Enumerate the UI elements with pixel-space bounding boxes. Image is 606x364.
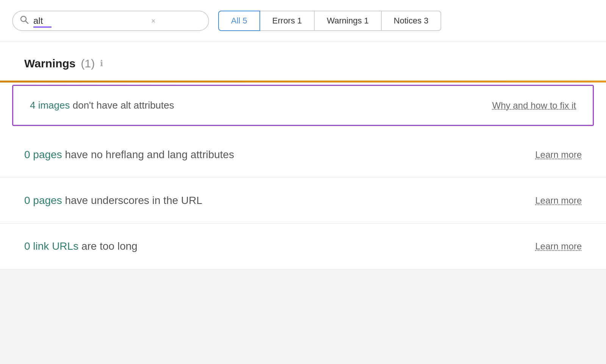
underscores-main-text: have underscores in the URL bbox=[65, 194, 202, 206]
tab-errors-label: Errors bbox=[272, 16, 297, 25]
tab-errors-count: 1 bbox=[297, 16, 302, 25]
result-item-alt-images: 4 images don't have alt attributes Why a… bbox=[12, 85, 594, 126]
tab-all[interactable]: All 5 bbox=[218, 11, 260, 31]
long-urls-main-text: are too long bbox=[81, 240, 137, 252]
tab-notices-label: Notices bbox=[394, 16, 424, 25]
filter-tabs: All 5 Errors 1 Warnings 1 Notices 3 bbox=[218, 11, 441, 31]
top-bar: × All 5 Errors 1 Warnings 1 Notices 3 bbox=[0, 0, 606, 42]
result-item-hreflang: 0 pages have no hreflang and lang attrib… bbox=[0, 132, 606, 178]
underscores-count-link[interactable]: 0 pages bbox=[24, 194, 62, 206]
search-icon bbox=[20, 15, 29, 26]
tab-warnings[interactable]: Warnings 1 bbox=[315, 11, 381, 31]
tab-notices-count: 3 bbox=[424, 16, 428, 25]
main-content: Warnings (1) ℹ 4 images don't have alt a… bbox=[0, 42, 606, 269]
result-item-underscores: 0 pages have underscores in the URL Lear… bbox=[0, 178, 606, 224]
result-text-alt-images: 4 images don't have alt attributes bbox=[30, 100, 474, 111]
hreflang-main-text: have no hreflang and lang attributes bbox=[65, 149, 234, 160]
clear-icon[interactable]: × bbox=[151, 17, 156, 25]
result-text-long-urls: 0 link URLs are too long bbox=[24, 240, 517, 252]
alt-images-fix-link[interactable]: Why and how to fix it bbox=[492, 100, 576, 111]
tab-notices[interactable]: Notices 3 bbox=[382, 11, 442, 31]
search-input[interactable] bbox=[33, 16, 147, 26]
tab-all-count: 5 bbox=[243, 16, 247, 25]
tab-errors[interactable]: Errors 1 bbox=[260, 11, 315, 31]
search-underline bbox=[33, 26, 52, 28]
tab-warnings-label: Warnings bbox=[327, 16, 364, 25]
alt-images-count-link[interactable]: 4 images bbox=[30, 100, 70, 111]
result-text-hreflang: 0 pages have no hreflang and lang attrib… bbox=[24, 149, 517, 161]
section-title: Warnings bbox=[24, 57, 76, 70]
tab-all-label: All bbox=[231, 16, 243, 25]
orange-warning-bar bbox=[0, 81, 606, 82]
hreflang-count-link[interactable]: 0 pages bbox=[24, 149, 62, 160]
underscores-learn-more-link[interactable]: Learn more bbox=[535, 195, 582, 206]
section-header: Warnings (1) ℹ bbox=[0, 42, 606, 81]
section-count: (1) bbox=[81, 57, 95, 70]
tab-warnings-count: 1 bbox=[364, 16, 369, 25]
search-text-wrapper bbox=[33, 16, 147, 26]
long-urls-count-link[interactable]: 0 link URLs bbox=[24, 240, 78, 252]
info-icon[interactable]: ℹ bbox=[100, 59, 103, 68]
search-box: × bbox=[12, 11, 209, 31]
svg-line-1 bbox=[26, 21, 28, 24]
result-item-long-urls: 0 link URLs are too long Learn more bbox=[0, 224, 606, 269]
result-text-underscores: 0 pages have underscores in the URL bbox=[24, 194, 517, 207]
alt-images-main-text: don't have alt attributes bbox=[73, 100, 174, 111]
hreflang-learn-more-link[interactable]: Learn more bbox=[535, 149, 582, 160]
long-urls-learn-more-link[interactable]: Learn more bbox=[535, 241, 582, 252]
